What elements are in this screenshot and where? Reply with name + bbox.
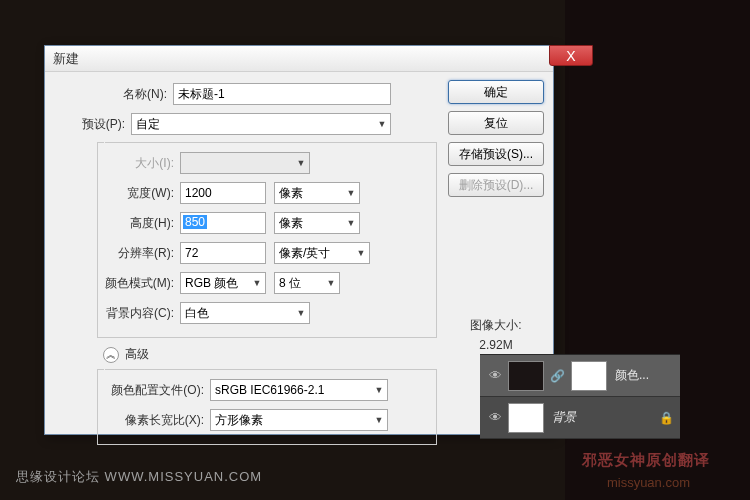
lock-icon: 🔒: [659, 411, 674, 425]
aspect-value: 方形像素: [215, 412, 263, 429]
profile-label: 颜色配置文件(O):: [104, 382, 210, 399]
chevron-down-icon: ▼: [251, 278, 263, 288]
aspect-label: 像素长宽比(X):: [104, 412, 210, 429]
height-unit-select[interactable]: 像素 ▼: [274, 212, 360, 234]
chevron-down-icon: ▼: [355, 248, 367, 258]
chevron-down-icon: ▼: [295, 158, 307, 168]
layer-mask-thumbnail[interactable]: [571, 361, 607, 391]
chevron-down-icon: ▼: [373, 385, 385, 395]
preset-select[interactable]: 自定 ▼: [131, 113, 391, 135]
profile-select[interactable]: sRGB IEC61966-2.1 ▼: [210, 379, 388, 401]
size-select: ▼: [180, 152, 310, 174]
delete-preset-button: 删除预设(D)...: [448, 173, 544, 197]
close-button[interactable]: X: [549, 45, 593, 66]
save-preset-button[interactable]: 存储预设(S)...: [448, 142, 544, 166]
chevron-down-icon: ▼: [325, 278, 337, 288]
link-icon: 🔗: [550, 369, 565, 383]
advanced-group: x 颜色配置文件(O): sRGB IEC61966-2.1 ▼ 像素长宽比(X…: [97, 369, 437, 445]
visibility-icon[interactable]: 👁: [486, 410, 504, 425]
width-unit-select[interactable]: 像素 ▼: [274, 182, 360, 204]
height-input[interactable]: 850: [180, 212, 266, 234]
layer-name[interactable]: 颜色...: [615, 367, 649, 384]
visibility-icon[interactable]: 👁: [486, 368, 504, 383]
width-input[interactable]: [180, 182, 266, 204]
ok-button[interactable]: 确定: [448, 80, 544, 104]
new-document-dialog: 新建 X 确定 复位 存储预设(S)... 删除预设(D)... 图像大小: 2…: [44, 45, 554, 435]
layer-row[interactable]: 👁 🔗 颜色...: [480, 355, 680, 397]
credit-watermark: 邪恶女神原创翻译: [582, 451, 710, 470]
height-unit: 像素: [279, 215, 303, 232]
titlebar[interactable]: 新建 X: [45, 46, 553, 72]
aspect-select[interactable]: 方形像素 ▼: [210, 409, 388, 431]
bgcontent-value: 白色: [185, 305, 209, 322]
chevron-down-icon: ▼: [345, 188, 357, 198]
image-size-value: 2.92M: [448, 338, 544, 352]
layers-panel: 👁 🔗 颜色... 👁 背景 🔒: [480, 354, 680, 439]
reset-button[interactable]: 复位: [448, 111, 544, 135]
bitdepth-select[interactable]: 8 位 ▼: [274, 272, 340, 294]
width-label: 宽度(W):: [104, 185, 180, 202]
advanced-label: 高级: [125, 346, 149, 363]
chevron-down-icon: ▼: [345, 218, 357, 228]
colormode-select[interactable]: RGB 颜色 ▼: [180, 272, 266, 294]
size-label: 大小(I):: [104, 155, 180, 172]
layer-name[interactable]: 背景: [552, 409, 576, 426]
width-unit: 像素: [279, 185, 303, 202]
preset-value: 自定: [136, 116, 160, 133]
profile-value: sRGB IEC61966-2.1: [215, 383, 324, 397]
layer-row[interactable]: 👁 背景 🔒: [480, 397, 680, 439]
colormode-value: RGB 颜色: [185, 275, 238, 292]
height-value-selected: 850: [183, 215, 207, 229]
chevron-down-icon: ▼: [373, 415, 385, 425]
name-input[interactable]: [173, 83, 391, 105]
bgcontent-select[interactable]: 白色 ▼: [180, 302, 310, 324]
chevron-down-icon: ▼: [295, 308, 307, 318]
height-label: 高度(H):: [104, 215, 180, 232]
resolution-input[interactable]: [180, 242, 266, 264]
bitdepth-value: 8 位: [279, 275, 301, 292]
layer-thumbnail[interactable]: [508, 361, 544, 391]
colormode-label: 颜色模式(M):: [104, 275, 180, 292]
url-watermark: missyuan.com: [607, 475, 690, 490]
resolution-unit: 像素/英寸: [279, 245, 330, 262]
name-label: 名称(N):: [55, 86, 173, 103]
document-settings-group: x 大小(I): ▼ 宽度(W): 像素 ▼ 高度(H): 850: [97, 142, 437, 338]
site-watermark: 思缘设计论坛 WWW.MISSYUAN.COM: [16, 468, 262, 486]
bgcontent-label: 背景内容(C):: [104, 305, 180, 322]
chevron-down-icon: ▼: [376, 119, 388, 129]
chevron-up-icon: ︽: [103, 347, 119, 363]
image-size-readout: 图像大小: 2.92M: [448, 317, 544, 352]
dialog-title: 新建: [53, 50, 79, 68]
layer-thumbnail[interactable]: [508, 403, 544, 433]
image-size-label: 图像大小:: [448, 317, 544, 334]
close-icon: X: [566, 48, 575, 64]
resolution-label: 分辨率(R):: [104, 245, 180, 262]
resolution-unit-select[interactable]: 像素/英寸 ▼: [274, 242, 370, 264]
preset-label: 预设(P):: [13, 116, 131, 133]
